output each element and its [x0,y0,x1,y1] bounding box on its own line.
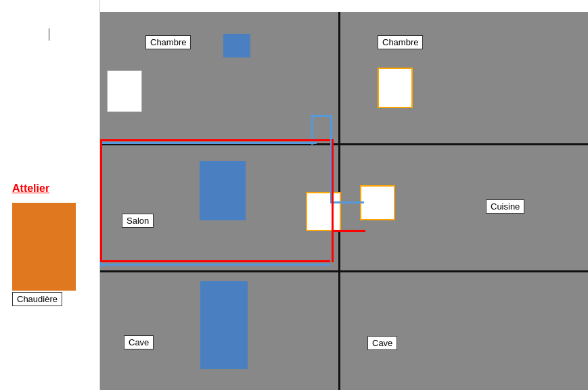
cuisine-label: Cuisine [486,199,524,214]
chambre-left-label: Chambre [145,35,191,49]
window-middle-right [360,185,395,220]
cave-right-text: Cave [372,338,392,348]
main-canvas: Chambre Chambre Salon Cuisine Cave Cave … [0,0,588,390]
attelier-text: Attelier [12,182,49,194]
blue-pipe-top-h [100,142,317,144]
cave-right-label: Cave [367,336,397,350]
chaudiere-text: Chaudière [17,294,58,304]
blue-bottom-left [200,281,248,369]
red-pipe-left-v [100,139,102,262]
chaudiere-label: Chaudière [12,292,62,306]
cursor-line [49,28,49,41]
chambre-right-text: Chambre [382,37,418,47]
blue-top-small [223,34,250,57]
attelier-label: Attelier [12,182,49,195]
salon-label: Salon [122,214,154,228]
cuisine-text: Cuisine [491,201,520,212]
lower-h-line [100,270,588,272]
blue-pipe-right-h2 [330,201,364,203]
blue-pipe-small-h [311,115,332,117]
red-pipe-right-v [332,139,334,262]
salon-text: Salon [127,216,149,226]
blue-salon-large [200,161,246,220]
red-pipe-stub-right [332,230,365,232]
left-sidebar [0,0,100,390]
window-middle-center [306,192,341,231]
window-top-left [107,70,142,112]
red-pipe-bottom-h [100,260,330,262]
red-pipe-top-h [100,139,330,141]
blue-pipe-bottom-h [100,264,330,266]
window-top-right [378,68,413,108]
cave-left-text: Cave [129,337,149,347]
chaudiere-orange [12,203,76,291]
chambre-left-text: Chambre [150,37,186,47]
chambre-right-label: Chambre [378,35,423,49]
cave-left-label: Cave [124,335,154,349]
